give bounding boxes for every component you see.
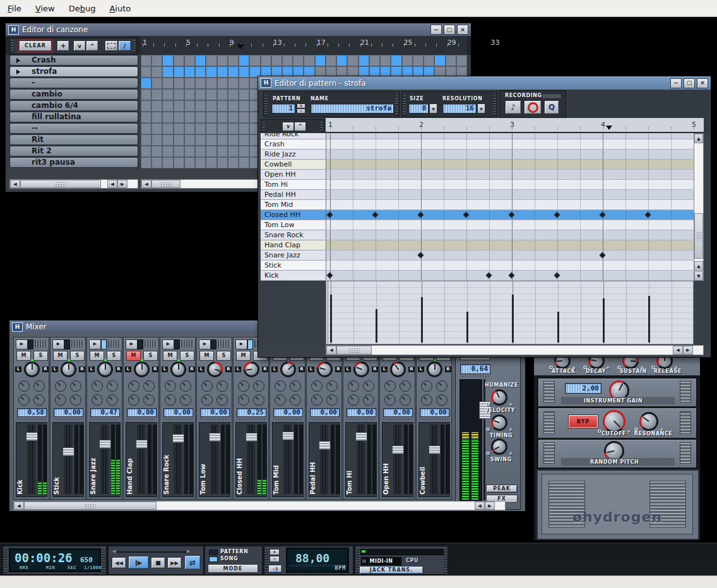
song-cell[interactable] <box>228 55 239 66</box>
song-cell[interactable] <box>151 66 162 78</box>
pattern-spin-up-button[interactable]: + <box>297 103 305 109</box>
fx-send-knob[interactable] <box>18 380 30 392</box>
fader-handle[interactable] <box>136 440 148 449</box>
metronome-button[interactable]: ◁) <box>268 565 282 573</box>
stop-button[interactable]: ■ <box>151 557 165 568</box>
song-cell[interactable] <box>162 89 173 100</box>
song-cell[interactable] <box>228 100 239 112</box>
move-down-button[interactable]: v <box>73 40 86 51</box>
mute-button[interactable]: M <box>163 351 177 361</box>
instrument-row-name[interactable]: Snare Jazz <box>261 250 326 261</box>
instrument-row-name[interactable]: Pedal HH <box>261 190 326 200</box>
fx-send-knob[interactable] <box>143 394 155 406</box>
pan-knob[interactable] <box>170 362 186 377</box>
fx-send-knob[interactable] <box>201 380 213 392</box>
instrument-lane[interactable] <box>326 200 694 210</box>
fx-send-knob[interactable] <box>384 394 396 406</box>
pattern-name-button[interactable]: strofa <box>9 66 138 77</box>
song-cell[interactable] <box>195 112 206 123</box>
song-cell[interactable] <box>424 55 434 66</box>
song-cell[interactable] <box>141 123 151 134</box>
song-cell[interactable] <box>174 66 184 78</box>
pattern-name-button[interactable]: Rit 2 <box>9 146 138 156</box>
fader-handle[interactable] <box>355 432 367 441</box>
song-cell[interactable] <box>184 78 195 89</box>
song-cell[interactable] <box>228 78 239 89</box>
cutoff-knob[interactable]: O+ <box>603 410 625 433</box>
song-cell[interactable] <box>315 55 326 66</box>
instrument-row-name[interactable]: Crash <box>261 139 326 150</box>
song-cell[interactable] <box>174 55 184 66</box>
song-cell[interactable] <box>184 123 195 134</box>
fx-send-knob[interactable] <box>311 394 323 406</box>
song-cell[interactable] <box>184 146 195 157</box>
song-cell[interactable] <box>358 55 369 66</box>
song-cell[interactable] <box>162 78 173 89</box>
song-cell[interactable] <box>336 55 347 66</box>
clear-button[interactable]: CLEAR <box>19 40 52 51</box>
fx-send-knob[interactable] <box>311 380 323 392</box>
song-cell[interactable] <box>206 123 216 134</box>
velocity-editor[interactable] <box>326 281 694 344</box>
select-mode-button[interactable] <box>105 40 118 51</box>
fader-handle[interactable] <box>26 432 38 441</box>
song-cell[interactable] <box>141 157 151 168</box>
fx-send-knob[interactable] <box>275 394 286 406</box>
close-button[interactable]: × <box>697 78 708 88</box>
velocity-bar[interactable] <box>512 295 514 343</box>
instrument-row-name[interactable]: Kick <box>261 271 326 281</box>
note[interactable] <box>463 212 470 218</box>
move-up-button[interactable]: ^ <box>86 40 98 51</box>
velocity-bar[interactable] <box>557 312 559 343</box>
menu-file[interactable]: File <box>5 2 29 15</box>
song-cell[interactable] <box>162 66 173 78</box>
instrument-row-name[interactable]: Tom Low <box>261 220 326 230</box>
song-cell[interactable] <box>239 66 249 78</box>
note[interactable] <box>486 273 492 279</box>
song-ruler[interactable]: 159131721252933 <box>141 36 467 55</box>
pattern-spin-down-button[interactable]: − <box>297 109 305 114</box>
menu-debug[interactable]: Debug <box>66 2 104 15</box>
note[interactable] <box>600 212 606 218</box>
mixer-hscrollbar[interactable]: ◀ ◀ ▶ <box>13 501 506 510</box>
fader-handle[interactable] <box>429 445 441 454</box>
song-cell[interactable] <box>239 100 249 112</box>
solo-button[interactable]: S <box>216 351 231 361</box>
menu-aiuto[interactable]: Aiuto <box>107 2 138 15</box>
fx-send-knob[interactable] <box>238 394 249 406</box>
fx-send-knob[interactable] <box>348 394 359 406</box>
song-cell[interactable] <box>174 123 184 134</box>
song-cell[interactable] <box>293 55 304 66</box>
song-cell[interactable] <box>162 100 173 112</box>
song-cell[interactable] <box>162 134 173 146</box>
fader-handle[interactable] <box>209 433 221 442</box>
fx-send-knob[interactable] <box>216 394 228 406</box>
song-cell[interactable] <box>195 55 206 66</box>
song-cell[interactable] <box>174 134 184 146</box>
song-cell[interactable] <box>151 112 162 123</box>
fx-send-knob[interactable] <box>33 380 45 392</box>
fx-send-knob[interactable] <box>107 394 118 406</box>
strip-play-button[interactable]: ▶ <box>162 339 174 350</box>
song-cell[interactable] <box>228 157 239 168</box>
fx-send-knob[interactable] <box>18 394 30 406</box>
mute-button[interactable]: M <box>16 351 31 361</box>
pattern-name-button[interactable]: Crash <box>9 55 138 66</box>
instrument-lane[interactable] <box>326 220 694 230</box>
song-cell[interactable] <box>151 157 162 168</box>
fader-track[interactable] <box>137 425 145 494</box>
pe-down-button[interactable]: v <box>282 122 294 131</box>
strip-play-button[interactable]: ▶ <box>52 339 64 350</box>
instrument-lane[interactable] <box>326 210 694 220</box>
instrument-row-name[interactable]: Cowbell <box>261 160 326 170</box>
song-cell[interactable] <box>249 55 260 66</box>
velocity-bar[interactable] <box>603 298 605 343</box>
song-cell[interactable] <box>151 78 162 89</box>
song-grid-row[interactable] <box>141 55 467 66</box>
fx-send-knob[interactable] <box>436 380 447 392</box>
pan-knob[interactable] <box>207 362 223 377</box>
maximize-button[interactable]: □ <box>684 78 695 88</box>
instrument-lane[interactable] <box>326 180 694 190</box>
song-cell[interactable] <box>239 146 249 157</box>
fx-send-knob[interactable] <box>216 380 228 392</box>
